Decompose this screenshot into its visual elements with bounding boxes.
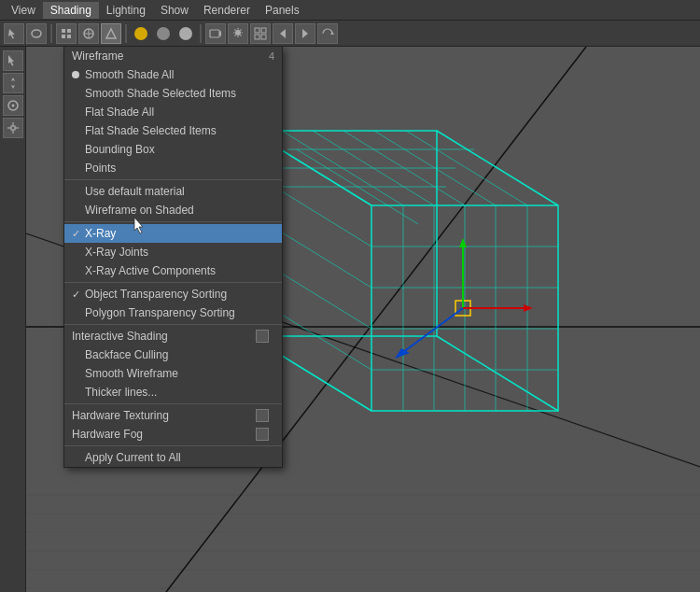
svg-rect-33: [11, 126, 15, 130]
toolbar-arrow-right[interactable]: [295, 23, 315, 44]
menu-shading[interactable]: Shading: [43, 2, 99, 19]
svg-rect-24: [261, 28, 266, 33]
toolbar-sphere-yellow[interactable]: [131, 23, 151, 44]
menu-item-hardware-fog-label: Hardware Fog: [72, 428, 256, 441]
shading-dropdown-menu: Wireframe 4 Smooth Shade All Smooth Shad…: [63, 47, 283, 468]
radio-smooth-shade-all: [72, 71, 79, 78]
svg-marker-13: [219, 31, 221, 36]
menu-separator-2: [64, 221, 282, 222]
menu-item-apply-current-label: Apply Current to All: [85, 451, 274, 464]
menu-separator-6: [64, 445, 282, 446]
svg-marker-27: [280, 29, 286, 38]
menu-item-backface-culling[interactable]: Backface Culling: [64, 345, 282, 364]
menu-show[interactable]: Show: [153, 2, 196, 19]
menu-item-wireframe-on-shaded-label: Wireframe on Shaded: [85, 204, 274, 217]
toolbar-icon3[interactable]: [101, 23, 121, 44]
hardware-fog-checkbox[interactable]: [256, 428, 269, 441]
toolbar-arrow-left[interactable]: [273, 23, 293, 44]
svg-rect-2: [67, 29, 71, 33]
menu-item-smooth-wireframe-label: Smooth Wireframe: [85, 367, 274, 380]
menu-item-hardware-texturing[interactable]: Hardware Texturing: [64, 406, 282, 425]
svg-point-9: [134, 27, 147, 40]
toolbar-camera[interactable]: [205, 23, 226, 44]
svg-rect-23: [255, 28, 259, 33]
menu-item-polygon-transparency[interactable]: Polygon Transparency Sorting: [64, 303, 282, 322]
left-tool-select[interactable]: [3, 50, 23, 71]
svg-line-22: [235, 35, 236, 35]
toolbar-icon2[interactable]: [78, 23, 99, 44]
toolbar-sphere-gray2[interactable]: [175, 23, 196, 44]
menu-item-smooth-shade-selected-label: Smooth Shade Selected Items: [85, 87, 274, 100]
menu-view[interactable]: View: [4, 2, 43, 19]
menu-renderer[interactable]: Renderer: [196, 2, 258, 19]
menu-item-smooth-shade-selected[interactable]: Smooth Shade Selected Items: [64, 84, 282, 103]
left-tool-move[interactable]: [3, 73, 23, 93]
menu-item-flat-shade-all-label: Flat Shade All: [85, 106, 274, 119]
toolbar-grid[interactable]: [250, 23, 271, 44]
menu-item-use-default-material[interactable]: Use default material: [64, 182, 282, 201]
menu-item-x-ray[interactable]: X-Ray: [64, 224, 282, 243]
menu-item-backface-culling-label: Backface Culling: [85, 348, 274, 361]
menu-item-wireframe-on-shaded[interactable]: Wireframe on Shaded: [64, 201, 282, 219]
menu-separator-3: [64, 282, 282, 283]
svg-line-19: [235, 29, 236, 30]
toolbar-rotate[interactable]: [317, 23, 338, 44]
left-tool-rotate[interactable]: [3, 95, 23, 116]
toolbar-select[interactable]: [4, 23, 24, 44]
hardware-texturing-checkbox[interactable]: [256, 409, 269, 422]
menu-item-interactive-shading[interactable]: Interactive Shading: [64, 327, 282, 345]
menu-separator-4: [64, 324, 282, 325]
svg-point-10: [157, 27, 170, 40]
menu-item-thicker-lines[interactable]: Thicker lines...: [64, 383, 282, 402]
menu-item-flat-shade-selected-label: Flat Shade Selected Items: [85, 124, 274, 137]
menu-item-x-ray-active[interactable]: X-Ray Active Components: [64, 261, 282, 280]
menu-item-smooth-shade-all[interactable]: Smooth Shade All: [64, 65, 282, 84]
menu-item-hardware-texturing-label: Hardware Texturing: [72, 409, 256, 422]
menu-item-wireframe[interactable]: Wireframe 4: [64, 47, 282, 65]
menu-item-x-ray-active-label: X-Ray Active Components: [85, 264, 274, 277]
menu-item-x-ray-joints[interactable]: X-Ray Joints: [64, 243, 282, 261]
svg-marker-30: [11, 78, 15, 89]
menu-item-bounding-box[interactable]: Bounding Box: [64, 140, 282, 159]
left-tool-scale[interactable]: [3, 118, 23, 138]
svg-line-21: [241, 29, 242, 30]
toolbar-lasso[interactable]: [26, 23, 47, 44]
menu-item-smooth-wireframe[interactable]: Smooth Wireframe: [64, 364, 282, 383]
interactive-shading-checkbox[interactable]: [256, 330, 269, 343]
menu-item-interactive-shading-label: Interactive Shading: [72, 330, 256, 343]
svg-point-14: [235, 30, 241, 35]
menu-item-x-ray-label: X-Ray: [85, 227, 274, 240]
menu-separator-5: [64, 403, 282, 404]
menu-item-object-transparency[interactable]: Object Transparency Sorting: [64, 285, 282, 303]
svg-point-11: [179, 27, 192, 40]
menu-separator-1: [64, 179, 282, 180]
menu-item-apply-current[interactable]: Apply Current to All: [64, 448, 282, 467]
svg-rect-4: [67, 35, 71, 38]
menu-lighting[interactable]: Lighting: [99, 2, 153, 19]
toolbar-snap[interactable]: [56, 23, 77, 44]
toolbar: [0, 21, 700, 47]
menu-item-hardware-fog[interactable]: Hardware Fog: [64, 425, 282, 444]
menu-item-object-transparency-label: Object Transparency Sorting: [85, 288, 274, 301]
main-area: Wireframe 4 Smooth Shade All Smooth Shad…: [0, 47, 700, 592]
menu-item-thicker-lines-label: Thicker lines...: [85, 386, 274, 399]
menu-item-points[interactable]: Points: [64, 159, 282, 177]
svg-rect-25: [255, 35, 259, 39]
left-toolbar: [0, 47, 26, 592]
menu-item-smooth-shade-all-label: Smooth Shade All: [85, 68, 274, 81]
menu-item-flat-shade-selected[interactable]: Flat Shade Selected Items: [64, 121, 282, 140]
toolbar-sphere-gray1[interactable]: [153, 23, 174, 44]
menu-item-x-ray-joints-label: X-Ray Joints: [85, 246, 274, 259]
svg-rect-3: [62, 35, 65, 38]
svg-marker-28: [302, 29, 308, 38]
svg-rect-26: [261, 35, 266, 39]
menu-item-use-default-material-label: Use default material: [85, 185, 274, 198]
menu-panels[interactable]: Panels: [258, 2, 307, 19]
svg-rect-12: [210, 30, 219, 37]
menu-item-wireframe-shortcut: 4: [269, 50, 274, 62]
svg-point-0: [32, 30, 41, 37]
toolbar-light[interactable]: [228, 23, 248, 44]
viewport[interactable]: Wireframe 4 Smooth Shade All Smooth Shad…: [26, 47, 700, 592]
menu-item-polygon-transparency-label: Polygon Transparency Sorting: [85, 306, 274, 319]
menu-item-flat-shade-all[interactable]: Flat Shade All: [64, 103, 282, 121]
